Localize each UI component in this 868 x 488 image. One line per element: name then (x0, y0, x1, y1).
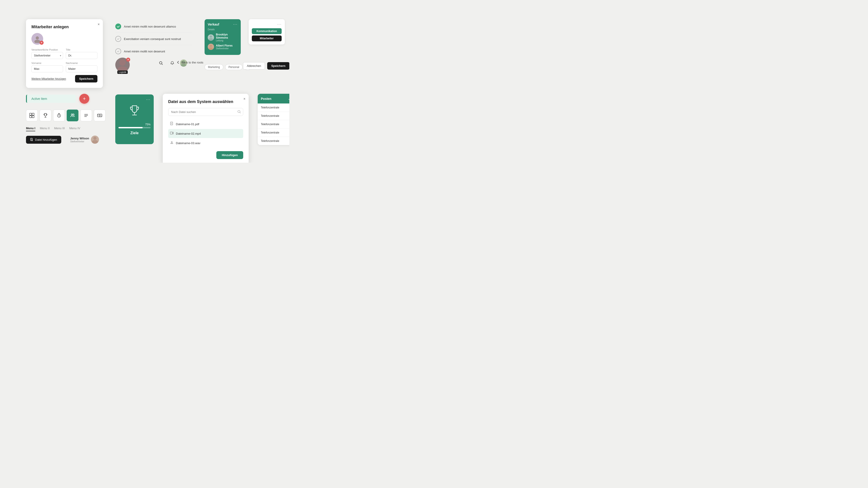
posten-item-5[interactable]: Telefonzentrale (258, 137, 289, 145)
save-action-button[interactable]: Speichern (267, 62, 289, 70)
file-name-3: Dateiname-03.wav (176, 141, 200, 145)
check-icon-green (115, 24, 121, 29)
posten-panel: Posten ⌄ Telefonzentrale Telefonzentrale… (258, 94, 289, 145)
icon-tile-people[interactable] (67, 109, 79, 121)
svg-point-21 (73, 114, 74, 115)
user-name: Jenny Wilson (70, 137, 89, 140)
posten-chevron-icon[interactable]: ⌄ (288, 96, 289, 101)
file-item-3[interactable]: Dateiname-03.wav (168, 138, 243, 148)
person-1-avatar (208, 34, 214, 41)
svg-rect-14 (30, 116, 32, 118)
icon-tile-trophy[interactable] (39, 109, 51, 121)
posten-item-3[interactable]: Telefonzentrale (258, 120, 289, 129)
modal-close-button[interactable]: × (98, 22, 100, 26)
check-icon-outline-2 (115, 48, 121, 54)
person-2-name: Albert Flores (216, 44, 232, 47)
menu-tab-2[interactable]: Menu II (40, 127, 50, 131)
modal-mitarbeiter: × Mitarbeiter anlegen + Verantwortliche … (26, 19, 103, 88)
progress-label: 75% (119, 123, 151, 126)
profile-section: + Logistik (115, 58, 130, 72)
svg-point-31 (92, 140, 98, 144)
position-select[interactable]: Stellvertreter (31, 52, 63, 59)
add-red-button[interactable]: + (79, 94, 89, 104)
svg-point-6 (119, 59, 126, 66)
profile-plus-icon[interactable]: + (126, 58, 130, 62)
svg-rect-36 (170, 122, 173, 125)
posten-item-1[interactable]: Telefonzentrale (258, 103, 289, 112)
vorname-input[interactable] (31, 65, 63, 72)
avatar-plus-icon[interactable]: + (39, 41, 43, 45)
title-label: Title (66, 48, 97, 51)
datei-modal-footer: Hinzufügen (168, 151, 243, 159)
icon-tile-grid[interactable] (26, 109, 38, 121)
modal-title: Mitarbeiter anlegen (31, 25, 97, 29)
datei-modal: × Datei aus dem System auswählen Dateina… (163, 94, 249, 163)
vorname-label: Vorname (31, 62, 63, 64)
file-item-2[interactable]: Dateiname-02.mp4 (168, 129, 243, 138)
trophy-icon (128, 104, 141, 119)
audio-icon (170, 141, 174, 145)
check-item-2: Exercitation veniam consequat sunt nostr… (115, 33, 192, 45)
svg-rect-15 (32, 116, 34, 118)
cancel-button[interactable]: Abbrechen (243, 62, 265, 70)
tag-marketing[interactable]: Marketing (205, 64, 223, 70)
kommunikation-card: ··· Kommunikation Mitarbeiter (249, 19, 285, 44)
check-item-3: Amet minim mollit non deserunt (115, 45, 192, 57)
svg-point-5 (209, 47, 213, 50)
mitarbeiter-button[interactable]: Mitarbeiter (252, 35, 282, 41)
komm-dots-icon[interactable]: ··· (252, 22, 282, 26)
nachname-input[interactable] (66, 65, 97, 72)
icon-tile-cash[interactable] (94, 109, 105, 121)
svg-rect-39 (170, 132, 173, 134)
progress-bar-bg (119, 127, 151, 128)
user-avatar-sm (91, 135, 99, 144)
verkauf-card: Verkauf ··· Details Brooklyn Simmons Lei… (205, 19, 241, 55)
ziele-card: ··· 75% Ziele (115, 94, 154, 144)
person-1-name: Brooklyn Simmons (216, 33, 238, 39)
datei-search-input[interactable] (168, 108, 243, 116)
svg-point-30 (93, 137, 96, 140)
search-icon[interactable] (157, 59, 165, 67)
bell-icon[interactable] (168, 59, 176, 67)
menu-tab-3[interactable]: Menu III (54, 127, 65, 131)
title-input[interactable] (66, 52, 97, 59)
kommunikation-button[interactable]: Kommunikation (252, 28, 282, 34)
icon-grid (26, 109, 105, 121)
tag-personal[interactable]: Personal (225, 64, 243, 70)
verkauf-details-label: Details (208, 28, 238, 31)
icon-tile-timer[interactable] (53, 109, 65, 121)
datei-modal-close-button[interactable]: × (243, 97, 246, 101)
video-icon (170, 131, 174, 136)
person-2-role: Stellvertreter (216, 47, 232, 50)
datei-hinzufuegen-button[interactable]: Datei hinzufügen (26, 136, 61, 144)
hinzufuegen-button[interactable]: Hinzufügen (216, 151, 243, 159)
add-more-link[interactable]: Weitere Mitarbeiter hinzügen (31, 77, 66, 80)
icon-tile-list[interactable] (80, 109, 92, 121)
file-item-1[interactable]: Dateiname-01.pdf (168, 120, 243, 129)
save-button[interactable]: Speichern (75, 75, 97, 83)
verkauf-dots-icon[interactable]: ··· (233, 22, 238, 26)
svg-rect-25 (97, 114, 102, 117)
svg-point-26 (99, 115, 100, 116)
menu-tab-1[interactable]: Menu I (26, 127, 35, 131)
action-buttons: Abbrechen Speichern (243, 62, 289, 70)
posten-item-4[interactable]: Telefonzentrale (258, 129, 289, 137)
datei-modal-title: Datei aus dem System auswählen (168, 99, 243, 104)
svg-rect-12 (30, 113, 32, 115)
svg-line-9 (162, 64, 163, 65)
profile-avatar-wrap: + Logistik (115, 58, 130, 72)
person-2-avatar (208, 43, 214, 50)
user-role: Stellvertreter (70, 140, 89, 143)
svg-point-2 (210, 35, 212, 38)
menu-tab-4[interactable]: Menu IV (69, 127, 80, 131)
check-text-2: Exercitation veniam consequat sunt nostr… (124, 37, 181, 41)
ziele-dots-icon[interactable]: ··· (146, 98, 151, 102)
svg-point-4 (210, 45, 212, 47)
file-list: Dateiname-01.pdf Dateiname-02.mp4 Datein… (168, 120, 243, 148)
back-link[interactable]: Back to the roots (176, 61, 204, 64)
person-1-row: Brooklyn Simmons Leitung (208, 33, 238, 42)
svg-point-0 (36, 36, 39, 39)
search-icon (237, 110, 241, 114)
posten-item-2[interactable]: Telefonzentrale (258, 112, 289, 120)
progress-section: 75% (119, 123, 151, 128)
